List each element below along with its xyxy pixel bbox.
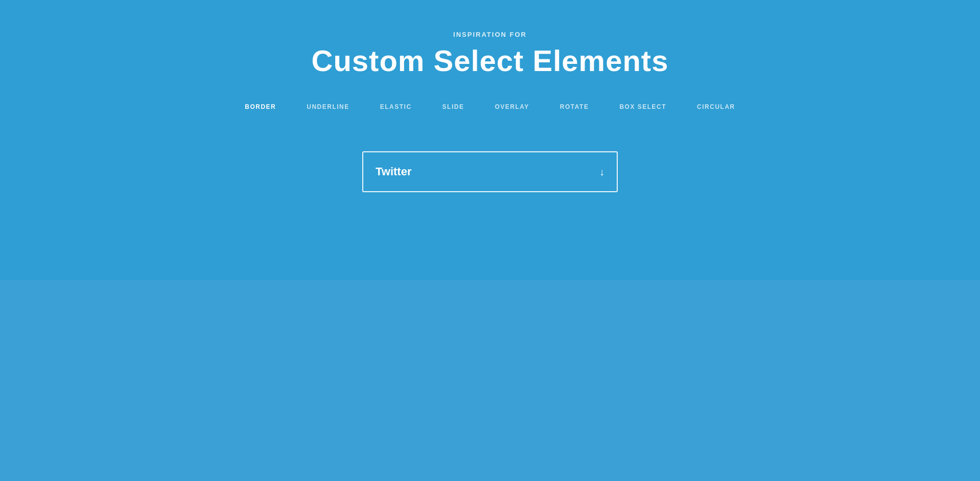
nav-menu: BORDER UNDERLINE ELASTIC SLIDE OVERLAY R… <box>245 103 735 110</box>
nav-item-box-select[interactable]: BOX SELECT <box>619 103 666 110</box>
bottom-section <box>0 280 980 481</box>
nav-item-overlay[interactable]: OVERLAY <box>495 103 529 110</box>
nav-item-rotate[interactable]: ROTATE <box>560 103 589 110</box>
inspiration-label: INSPIRATION FOR <box>453 31 527 38</box>
nav-item-slide[interactable]: SLIDE <box>442 103 464 110</box>
page-wrapper: INSPIRATION FOR Custom Select Elements B… <box>0 0 980 481</box>
top-section: INSPIRATION FOR Custom Select Elements B… <box>0 0 980 280</box>
select-current-value: Twitter <box>376 165 411 178</box>
nav-item-circular[interactable]: CIRCULAR <box>697 103 735 110</box>
main-title: Custom Select Elements <box>312 43 669 78</box>
custom-select[interactable]: Twitter ↓ <box>362 151 618 192</box>
nav-item-underline[interactable]: UNDERLINE <box>307 103 349 110</box>
nav-item-elastic[interactable]: ELASTIC <box>380 103 412 110</box>
dropdown-arrow-icon: ↓ <box>599 166 604 178</box>
nav-item-border[interactable]: BORDER <box>245 103 276 110</box>
